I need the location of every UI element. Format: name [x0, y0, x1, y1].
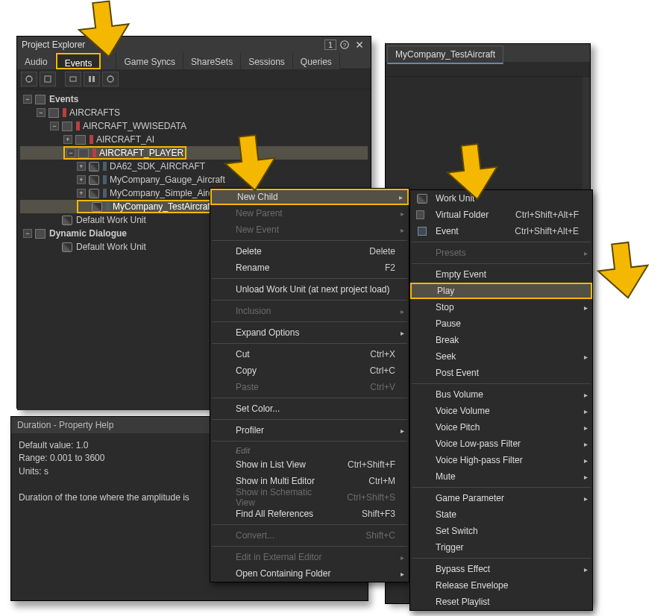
tab-audio[interactable]: Audio	[17, 53, 56, 69]
tree-row-aircrafts[interactable]: − AIRCRAFTS	[20, 106, 368, 119]
expander-icon[interactable]: +	[77, 162, 86, 171]
folder-icon	[48, 108, 59, 118]
submenu-break[interactable]: Break	[410, 332, 592, 348]
panel-option-icon[interactable]: 1	[324, 40, 336, 50]
submenu-seek[interactable]: Seek	[410, 348, 592, 365]
expander-icon[interactable]: −	[23, 95, 32, 104]
menu-show-schem: Show in Schematic ViewCtrl+Shift+S	[210, 489, 409, 506]
expander-icon[interactable]: −	[50, 122, 59, 131]
expander-icon[interactable]: −	[66, 148, 75, 157]
expander-icon[interactable]: +	[77, 175, 86, 184]
toolbar-btn-3[interactable]	[65, 72, 81, 87]
tab-queries[interactable]: Queries	[293, 53, 340, 69]
tab-game-syncs[interactable]: Game Syncs	[116, 53, 183, 69]
submenu-work-unit[interactable]: Work Unit	[410, 190, 592, 207]
tree-row-da62[interactable]: + DA62_SDK_AIRCRAFT	[20, 160, 368, 173]
menu-profiler[interactable]: Profiler	[210, 422, 409, 439]
tree-label: Default Work Unit	[76, 215, 146, 225]
submenu-state[interactable]: State	[410, 506, 592, 523]
menu-new-child[interactable]: New Child	[210, 189, 409, 205]
folder-icon	[62, 122, 72, 131]
blue-tag-icon	[106, 202, 110, 211]
annotation-arrow	[594, 239, 672, 308]
submenu-game-param[interactable]: Game Parameter	[410, 490, 592, 506]
menu-expand-options[interactable]: Expand Options	[210, 324, 409, 341]
tabs-bar: Audio Events Game Syncs ShareSets Sessio…	[17, 53, 371, 69]
tree-label: Events	[49, 94, 78, 104]
submenu-voice-pitch[interactable]: Voice Pitch	[410, 419, 592, 436]
close-icon[interactable]	[353, 39, 366, 51]
menu-paste: PasteCtrl+V	[210, 379, 409, 395]
svg-rect-8	[92, 76, 95, 82]
blue-tag-icon	[103, 189, 107, 198]
menu-open-folder[interactable]: Open Containing Folder	[210, 565, 409, 582]
tab-sessions[interactable]: Sessions	[241, 53, 293, 69]
menu-copy[interactable]: CopyCtrl+C	[210, 362, 409, 379]
toolbar-btn-5[interactable]	[102, 72, 119, 87]
tree-label: AIRCRAFT_PLAYER	[99, 148, 183, 158]
submenu-set-switch[interactable]: Set Switch	[410, 523, 592, 539]
tree-row-gauge[interactable]: + MyCompany_Gauge_Aircraft	[20, 173, 368, 186]
menu-show-list[interactable]: Show in List ViewCtrl+Shift+F	[210, 456, 409, 473]
folder-icon	[416, 210, 428, 220]
work-unit-icon	[62, 216, 72, 225]
toolbar	[17, 69, 371, 89]
expander-icon[interactable]: +	[63, 135, 72, 144]
menu-cut[interactable]: CutCtrl+X	[210, 346, 409, 362]
menu-convert: Convert...Shift+C	[210, 527, 409, 544]
tab-events[interactable]: Events	[56, 53, 101, 69]
submenu-presets: Presets	[410, 245, 592, 261]
tab-sharesets[interactable]: ShareSets	[183, 53, 241, 69]
expander-icon[interactable]: +	[77, 189, 86, 198]
tree-label: AIRCRAFT_WWISEDATA	[83, 121, 186, 131]
submenu-stop[interactable]: Stop	[410, 299, 592, 315]
svg-rect-5	[45, 76, 51, 82]
tree-row-wwisedata[interactable]: − AIRCRAFT_WWISEDATA	[20, 119, 368, 133]
menu-rename[interactable]: RenameF2	[210, 260, 409, 276]
work-unit-icon	[89, 175, 99, 185]
submenu-virtual-folder[interactable]: Virtual FolderCtrl+Shift+Alt+F	[410, 207, 592, 223]
submenu-release-env[interactable]: Release Envelope	[410, 577, 592, 594]
tree-label: MyCompany_TestAircraft	[113, 201, 213, 212]
submenu-reset-playlist[interactable]: Reset Playlist	[410, 594, 592, 610]
tab-hidden[interactable]	[101, 53, 116, 69]
toolbar-btn-1[interactable]	[21, 72, 37, 87]
expander-icon[interactable]: −	[37, 108, 45, 117]
submenu-empty-event[interactable]: Empty Event	[410, 266, 592, 283]
menu-inclusion: Inclusion	[210, 303, 409, 319]
menu-set-color[interactable]: Set Color...	[210, 400, 409, 417]
submenu-mute[interactable]: Mute	[410, 468, 592, 485]
menu-unload[interactable]: Unload Work Unit (at next project load)	[210, 281, 409, 298]
help-icon[interactable]: ?	[338, 39, 351, 51]
submenu-voice-hp[interactable]: Voice High-pass Filter	[410, 452, 592, 468]
submenu-pause[interactable]: Pause	[410, 315, 592, 332]
submenu-bypass-effect[interactable]: Bypass Effect	[410, 561, 592, 577]
submenu-play[interactable]: Play	[410, 283, 592, 299]
tree-row-player[interactable]: − AIRCRAFT_PLAYER	[20, 146, 368, 160]
toolbar-btn-4[interactable]	[84, 72, 100, 87]
submenu-bus-volume[interactable]: Bus Volume	[410, 386, 592, 403]
tree-label: AIRCRAFT_AI	[96, 134, 154, 145]
blue-tag-icon	[103, 162, 107, 171]
editor-tab[interactable]: MyCompany_TestAircraft	[387, 45, 503, 64]
submenu-event[interactable]: EventCtrl+Shift+Alt+E	[410, 223, 592, 239]
tree-row-events[interactable]: − Events	[20, 92, 368, 106]
svg-point-4	[26, 76, 32, 82]
menu-find-refs[interactable]: Find All ReferencesShift+F3	[210, 506, 409, 522]
menu-delete[interactable]: DeleteDelete	[210, 243, 409, 260]
blue-tag-icon	[103, 175, 107, 184]
red-tag-icon	[76, 122, 80, 131]
expander-icon[interactable]: −	[23, 229, 32, 238]
menu-edit-ext: Edit in External Editor	[210, 549, 409, 565]
folder-icon	[35, 229, 45, 239]
svg-rect-7	[89, 76, 91, 82]
submenu-trigger[interactable]: Trigger	[410, 539, 592, 556]
submenu-voice-volume[interactable]: Voice Volume	[410, 403, 592, 419]
menu-new-event: New Event	[210, 221, 409, 238]
submenu-post-event[interactable]: Post Event	[410, 365, 592, 381]
toolbar-btn-2[interactable]	[40, 72, 56, 87]
folder-icon	[78, 148, 89, 158]
submenu-voice-lp[interactable]: Voice Low-pass Filter	[410, 436, 592, 452]
tree-row-ai[interactable]: + AIRCRAFT_AI	[20, 133, 368, 146]
window-titlebar: Project Explorer 1 ?	[17, 37, 371, 53]
